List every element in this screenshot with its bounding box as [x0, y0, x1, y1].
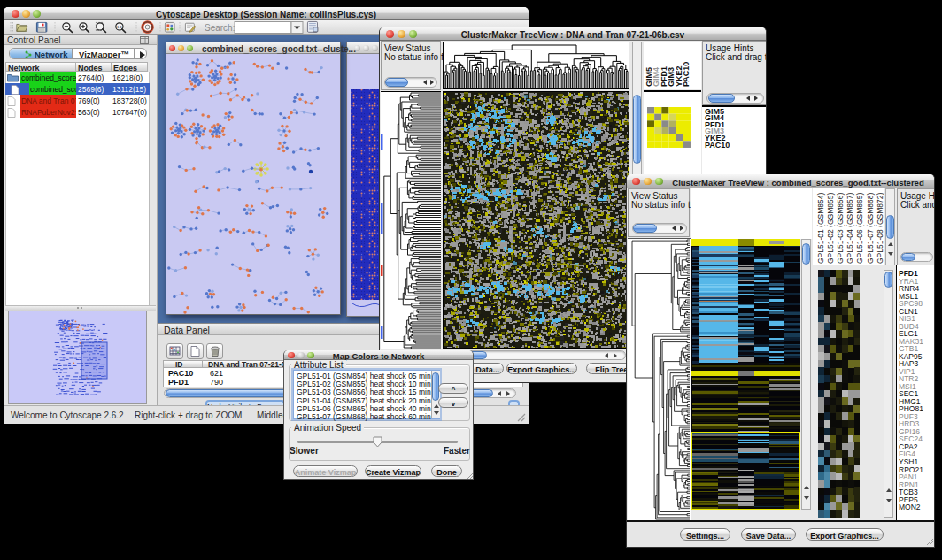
svg-text:Search:: Search:	[205, 23, 235, 33]
svg-text:1:1: 1:1	[117, 25, 122, 29]
